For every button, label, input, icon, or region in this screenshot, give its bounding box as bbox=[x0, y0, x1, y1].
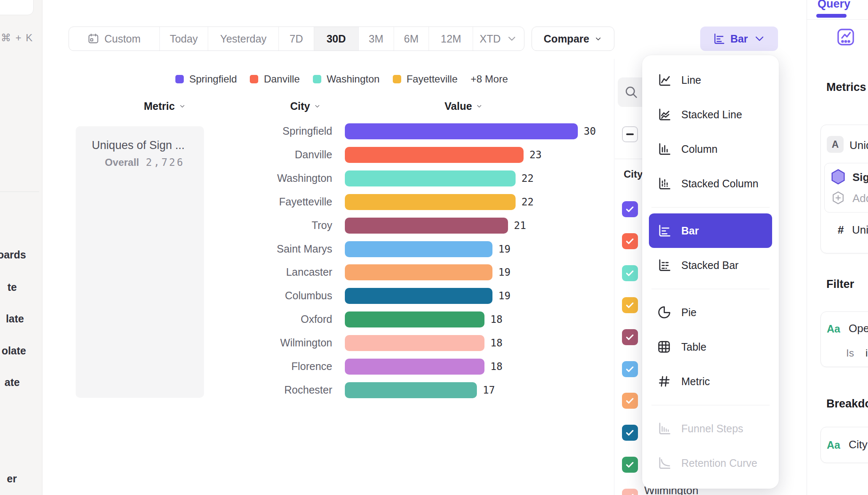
column-header-metric[interactable]: Metric bbox=[144, 100, 186, 112]
compare-button[interactable]: Compare bbox=[532, 27, 614, 51]
chart-legend: SpringfieldDanvilleWashingtonFayettevill… bbox=[175, 71, 508, 88]
bar-category-label: Saint Marys bbox=[177, 243, 332, 255]
bar-category-label: Wilmington bbox=[177, 337, 332, 349]
tab-active-indicator bbox=[816, 14, 847, 18]
filter-checkbox[interactable] bbox=[622, 233, 638, 249]
bar-segment[interactable] bbox=[345, 359, 484, 375]
bar-segment[interactable] bbox=[345, 311, 484, 327]
date-range-xtd[interactable]: XTD bbox=[473, 27, 524, 51]
date-range-today[interactable]: Today bbox=[160, 27, 209, 51]
metrics-header: Metrics bbox=[826, 81, 866, 94]
bar-chart-icon bbox=[712, 32, 725, 45]
bar-value-label: 23 bbox=[529, 149, 542, 161]
filter-panel-divider bbox=[614, 59, 614, 495]
bar-segment[interactable] bbox=[345, 123, 578, 139]
bar-segment[interactable] bbox=[345, 382, 477, 398]
bar-segment[interactable] bbox=[345, 218, 508, 234]
legend-label: Washington bbox=[327, 73, 380, 85]
filter-checkbox[interactable] bbox=[622, 425, 638, 441]
date-range-7d[interactable]: 7D bbox=[279, 27, 314, 51]
tab-bottom-border bbox=[807, 19, 868, 20]
legend-swatch bbox=[175, 75, 184, 83]
filter-checkbox[interactable] bbox=[622, 361, 638, 377]
date-range-30d[interactable]: 30D bbox=[314, 27, 359, 51]
tab-query[interactable]: Query bbox=[818, 0, 850, 11]
date-range-custom[interactable]: Custom bbox=[69, 27, 160, 51]
column-header-city[interactable]: City bbox=[290, 100, 321, 112]
pie-icon bbox=[656, 305, 672, 320]
column-header-value[interactable]: Value bbox=[445, 100, 483, 112]
chart-row: Springfield30 bbox=[0, 120, 614, 143]
menu-item-label: Funnel Steps bbox=[681, 423, 743, 435]
legend-more-toggle[interactable]: +8 More bbox=[471, 73, 508, 85]
filter-checkbox[interactable] bbox=[622, 489, 638, 495]
retention-icon bbox=[656, 455, 672, 471]
legend-item[interactable]: Fayetteville bbox=[393, 73, 458, 85]
date-range-12m[interactable]: 12M bbox=[429, 27, 473, 51]
filter-checkbox[interactable] bbox=[622, 265, 638, 281]
count-label[interactable]: Uniqu bbox=[852, 224, 868, 237]
add-event-label[interactable]: Add bbox=[852, 192, 868, 205]
chart-row: Oxford18 bbox=[0, 308, 614, 331]
funnel-icon bbox=[656, 421, 672, 436]
filter-checkbox[interactable] bbox=[622, 329, 638, 345]
chevron-down-icon bbox=[506, 33, 518, 45]
bar-segment[interactable] bbox=[345, 147, 524, 163]
add-event-icon[interactable] bbox=[831, 190, 846, 205]
bar-segment[interactable] bbox=[345, 241, 492, 257]
date-range-label: Yesterday bbox=[220, 33, 267, 45]
menu-item-pie[interactable]: Pie bbox=[642, 295, 779, 330]
menu-item-table[interactable]: Table bbox=[642, 330, 779, 364]
chart-row: Danville23 bbox=[0, 143, 614, 167]
chart-row: Lancaster19 bbox=[0, 261, 614, 284]
bar-segment[interactable] bbox=[345, 335, 484, 351]
bar-segment[interactable] bbox=[345, 288, 492, 304]
chart-row: Rochester17 bbox=[0, 378, 614, 402]
filter-header: Filter bbox=[826, 278, 854, 291]
filter-operator[interactable]: Is bbox=[846, 347, 854, 359]
event-name-label[interactable]: Sig bbox=[852, 171, 868, 184]
legend-item[interactable]: Washington bbox=[313, 73, 380, 85]
bar-category-label: Lancaster bbox=[177, 266, 332, 278]
date-range-6m[interactable]: 6M bbox=[394, 27, 429, 51]
metrics-card: A Uniq Sig Add # Uniqu bbox=[820, 125, 868, 253]
bar-segment[interactable] bbox=[345, 170, 516, 186]
menu-item-bar[interactable]: Bar bbox=[649, 213, 772, 248]
menu-item-line[interactable]: Line bbox=[642, 63, 779, 97]
filter-value[interactable]: i bbox=[865, 347, 868, 359]
hash-icon bbox=[656, 374, 672, 389]
menu-item-stacked-line[interactable]: Stacked Line bbox=[642, 97, 779, 132]
bar-category-label: Troy bbox=[177, 219, 332, 232]
rail-search-card[interactable] bbox=[0, 0, 34, 15]
date-range-label: 6M bbox=[404, 33, 419, 45]
filter-property-label[interactable]: Ope bbox=[849, 322, 868, 335]
breakdown-property-label[interactable]: City bbox=[849, 438, 868, 451]
menu-item-label: Retention Curve bbox=[681, 457, 757, 469]
filter-checkbox[interactable] bbox=[622, 297, 638, 313]
filter-checkbox[interactable] bbox=[622, 393, 638, 409]
menu-item-metric[interactable]: Metric bbox=[642, 364, 779, 399]
menu-item-label: Table bbox=[681, 341, 707, 353]
legend-item[interactable]: Springfield bbox=[175, 73, 237, 85]
menu-item-stacked-column[interactable]: Stacked Column bbox=[642, 166, 779, 201]
metric-name-label[interactable]: Uniq bbox=[849, 139, 868, 152]
bar-value-label: 30 bbox=[584, 125, 596, 137]
menu-item-stacked-bar[interactable]: Stacked Bar bbox=[642, 248, 779, 282]
filter-checkbox[interactable] bbox=[622, 457, 638, 473]
bar-value-label: 18 bbox=[490, 314, 503, 325]
insights-chart-icon[interactable] bbox=[836, 27, 856, 47]
bar-icon bbox=[656, 223, 672, 238]
chart-type-button[interactable]: Bar bbox=[700, 27, 778, 51]
bar-segment[interactable] bbox=[345, 264, 492, 280]
menu-item-column[interactable]: Column bbox=[642, 132, 779, 166]
date-range-yesterday[interactable]: Yesterday bbox=[208, 27, 279, 51]
legend-item[interactable]: Danville bbox=[250, 73, 299, 85]
chart-row: Florence18 bbox=[0, 355, 614, 378]
sidebar-item-truncated[interactable]: er bbox=[7, 472, 17, 485]
filter-checkbox[interactable] bbox=[622, 201, 638, 217]
select-all-checkbox[interactable] bbox=[622, 126, 638, 142]
bar-category-label: Danville bbox=[177, 149, 332, 161]
date-range-3m[interactable]: 3M bbox=[359, 27, 394, 51]
bar-segment[interactable] bbox=[345, 194, 516, 210]
indeterminate-mark bbox=[626, 133, 634, 135]
